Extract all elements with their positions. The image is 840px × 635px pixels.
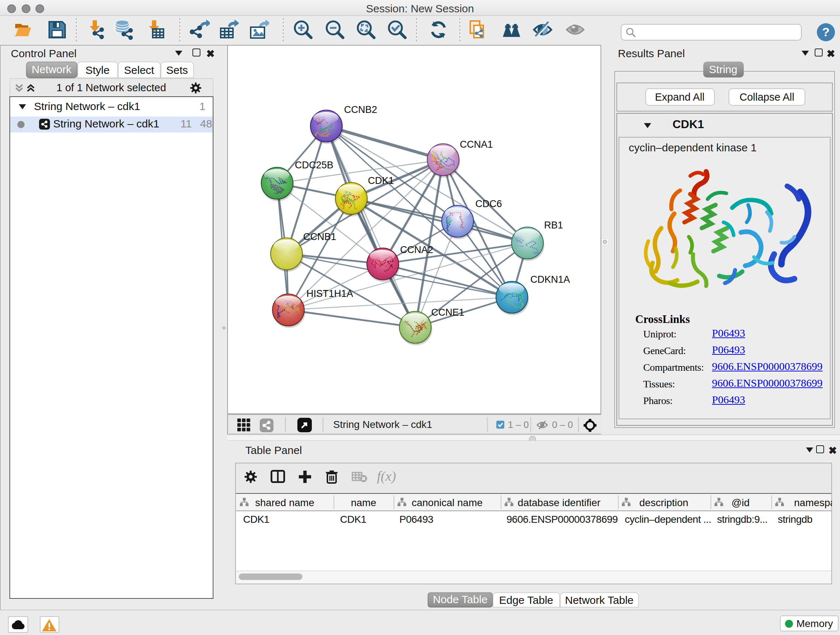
svg-text:CDKN1A: CDKN1A bbox=[530, 274, 570, 285]
svg-text:CCNE1: CCNE1 bbox=[431, 307, 464, 318]
svg-text:CCNA1: CCNA1 bbox=[459, 139, 493, 149]
svg-text:CCNB1: CCNB1 bbox=[303, 231, 336, 242]
svg-text:CDC25B: CDC25B bbox=[294, 159, 333, 170]
svg-text:CDK1: CDK1 bbox=[368, 175, 393, 186]
svg-text:HIST1H1A: HIST1H1A bbox=[306, 288, 353, 299]
svg-text:CCNB2: CCNB2 bbox=[344, 104, 377, 115]
svg-text:CCNA2: CCNA2 bbox=[400, 244, 433, 255]
svg-text:CDC6: CDC6 bbox=[475, 198, 502, 209]
svg-text:RB1: RB1 bbox=[544, 219, 563, 230]
